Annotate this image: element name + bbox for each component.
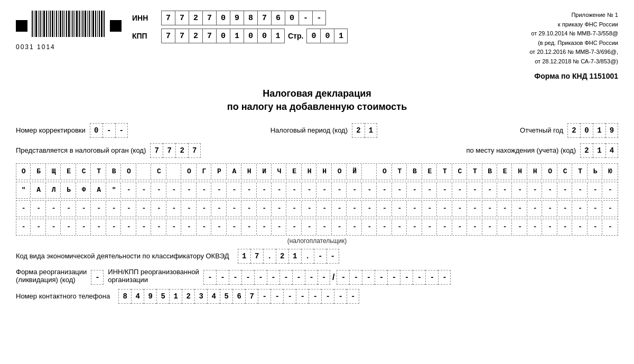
title-section: Налоговая декларация по налогу на добавл…	[16, 88, 618, 113]
svg-rect-1	[34, 11, 34, 37]
appendix-line6: от 28.12.2018 № СА-7-3/853@)	[512, 57, 618, 67]
kpp-cells: 7 7 2 7 0 1 0 0 1	[161, 29, 285, 43]
svg-rect-13	[58, 11, 59, 37]
svg-rect-27	[87, 11, 88, 37]
year-cell-1: 2	[567, 123, 580, 138]
svg-rect-30	[92, 11, 94, 37]
phone-label: Номер контактного телефона	[16, 292, 110, 300]
kpp-cell-6: 1	[230, 29, 244, 43]
svg-rect-12	[56, 11, 57, 37]
correction-period-year-row: Номер корректировки 0 - - Налоговый пери…	[16, 123, 618, 138]
period-label: Налоговый период (код)	[271, 126, 348, 134]
reorg-label-1: Форма реорганизации	[16, 268, 87, 276]
corr-cell-2: -	[102, 123, 115, 138]
str-cells: 0 0 1	[306, 29, 348, 43]
appendix-line4: (в ред. Приказов ФНС России	[512, 39, 618, 48]
svg-rect-2	[35, 11, 37, 37]
inn-cell-12: -	[312, 11, 326, 25]
inn-cell-11: -	[299, 11, 312, 25]
inn-cell-4: 7	[202, 11, 216, 25]
location-cells: 2 1 4	[580, 143, 618, 158]
appendix-line2: к приказу ФНС России	[512, 20, 618, 30]
barcode-row	[16, 11, 122, 41]
correction-cells: 0 - -	[90, 123, 128, 138]
inn-cells: 7 7 2 7 0 9 8 7 6 0 - -	[161, 11, 326, 25]
inn-cell-7: 8	[244, 11, 257, 25]
appendix-line1: Приложение № 1	[512, 11, 618, 20]
svg-rect-3	[38, 11, 39, 37]
svg-rect-22	[76, 11, 78, 37]
period-cells: 2 1	[352, 123, 377, 138]
barcode-image	[32, 11, 106, 41]
svg-rect-17	[66, 11, 67, 37]
organ-cell-4: 7	[188, 143, 201, 158]
reorg-cells: -	[91, 270, 104, 285]
svg-rect-31	[95, 11, 96, 37]
year-cell-3: 1	[593, 123, 605, 138]
svg-rect-35	[104, 11, 105, 37]
svg-rect-0	[32, 11, 33, 37]
inn-cell-8: 7	[257, 11, 271, 25]
kpp-cell-8: 0	[257, 29, 271, 43]
org-row-3: ----------------------------------------	[16, 200, 618, 217]
okvd-row: Код вида экономической деятельности по к…	[16, 249, 618, 264]
reorg-label-block: Форма реорганизации (ликвидация) (код)	[16, 268, 87, 284]
svg-rect-23	[79, 11, 80, 37]
title-line1: Налоговая декларация	[16, 88, 618, 99]
barcode-number: 0031 1014	[16, 43, 55, 51]
svg-rect-28	[89, 11, 90, 37]
org-row-1: ОБЩЕСТВО С ОГРАНИЧЕННОЙ ОТВЕТСТВЕННОСТЬЮ	[16, 163, 618, 180]
inn-label: ИНН	[132, 14, 161, 22]
org-row-2: "АЛЬФА"---------------------------------	[16, 182, 618, 199]
period-cell-1: 2	[352, 123, 365, 138]
kpp-row: КПП 7 7 2 7 0 1 0 0 1 Стр. 0 0 1	[132, 29, 512, 43]
svg-rect-20	[72, 11, 73, 37]
kpp-cell-5: 0	[216, 29, 230, 43]
form-knd: Форма по КНД 1151001	[16, 72, 618, 80]
inn-cell-5: 0	[216, 11, 230, 25]
svg-rect-10	[52, 11, 53, 37]
svg-rect-14	[60, 11, 61, 37]
year-cell-4: 9	[605, 123, 618, 138]
svg-rect-15	[62, 11, 63, 37]
svg-rect-16	[64, 11, 65, 37]
loc-cell-3: 4	[605, 143, 618, 158]
inn-cell-3: 2	[189, 11, 202, 25]
appendix-block: Приложение № 1 к приказу ФНС России от 2…	[512, 11, 618, 67]
taxpayer-label: (налогоплательщик)	[16, 237, 618, 245]
title-line2: по налогу на добавленную стоимость	[16, 101, 618, 113]
kpp-cell-2: 7	[175, 29, 189, 43]
svg-rect-8	[48, 11, 49, 37]
tax-organ-row: Представляется в налоговый орган (код) 7…	[16, 143, 618, 158]
black-square-left	[16, 20, 27, 32]
svg-rect-33	[99, 11, 100, 37]
svg-rect-9	[50, 11, 51, 37]
phone-cells: 8 4 9 5 1 2 3 4 5 6 7 - - - - - - - -	[118, 289, 359, 304]
inn-kpp-reorg-cells: - - - - - - - - - - / - - - - - - - - -	[203, 270, 451, 285]
okvd-label: Код вида экономической деятельности по к…	[16, 252, 229, 260]
year-label: Отчетный год	[520, 126, 563, 134]
org-name-section: ОБЩЕСТВО С ОГРАНИЧЕННОЙ ОТВЕТСТВЕННОСТЬЮ…	[16, 163, 618, 236]
year-cells: 2 0 1 9	[567, 123, 618, 138]
svg-rect-7	[46, 11, 47, 37]
document-container: 0031 1014 ИНН 7 7 2 7 0 9 8 7 6 0 -	[16, 11, 618, 304]
svg-rect-4	[40, 11, 41, 37]
svg-rect-21	[74, 11, 75, 37]
black-square-right	[110, 20, 122, 32]
organ-cell-2: 7	[163, 143, 175, 158]
str-label: Стр.	[288, 32, 303, 40]
inn-kpp-reorg-label-block: ИНН/КПП реорганизованной организации	[108, 268, 199, 284]
inn-kpp-reorg-label-2: организации	[108, 276, 199, 284]
org-row-4: ----------------------------------------	[16, 219, 618, 236]
year-cell-2: 0	[580, 123, 593, 138]
loc-cell-2: 1	[593, 143, 605, 158]
reorg-label-2: (ликвидация) (код)	[16, 276, 87, 284]
svg-rect-18	[68, 11, 70, 37]
str-cell-2: 0	[320, 29, 334, 43]
inn-row: ИНН 7 7 2 7 0 9 8 7 6 0 - -	[132, 11, 512, 25]
corr-cell-3: -	[115, 123, 128, 138]
location-label: по месту нахождения (учета) (код)	[466, 146, 576, 154]
inn-kpp-reorg-label-1: ИНН/КПП реорганизованной	[108, 268, 199, 276]
loc-cell-1: 2	[580, 143, 593, 158]
inn-cell-10: 0	[285, 11, 299, 25]
